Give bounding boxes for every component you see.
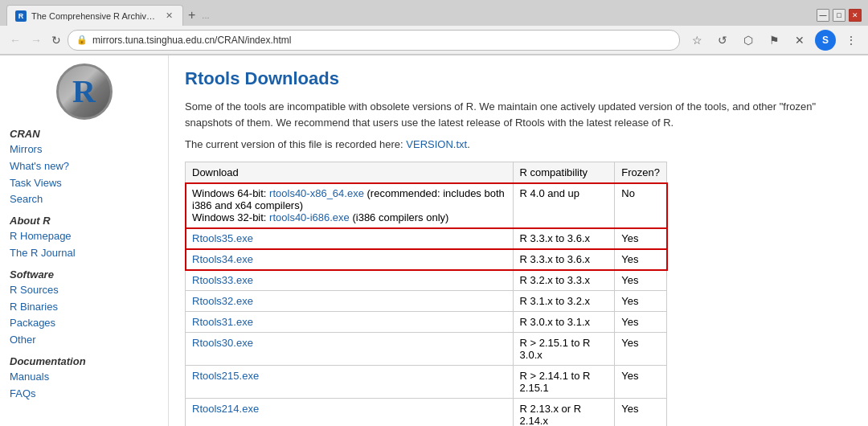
rtools32-link[interactable]: Rtools32.exe <box>192 295 253 307</box>
sidebar-item-manuals[interactable]: Manuals <box>10 369 158 386</box>
sidebar-item-r-journal[interactable]: The R Journal <box>10 245 158 262</box>
close-x-icon[interactable]: ✕ <box>789 30 810 51</box>
new-tab-button[interactable]: + <box>188 8 195 23</box>
table-row: Rtools33.exe R 3.2.x to 3.3.x Yes <box>186 270 667 291</box>
tab-title: The Comprehensive R Archive ... <box>31 11 159 21</box>
table-row: Rtools31.exe R 3.0.x to 3.1.x Yes <box>186 312 667 333</box>
nav-actions: ☆ ↺ ⬡ ⚑ ✕ S ⋮ <box>686 30 862 51</box>
tab-extra-dots: ... <box>202 10 209 20</box>
page-title: Rtools Downloads <box>185 68 852 89</box>
frozen-cell: Yes <box>615 333 667 366</box>
sidebar-item-mirrors[interactable]: Mirrors <box>10 141 158 158</box>
frozen-cell: Yes <box>615 399 667 427</box>
sidebar-item-r-homepage[interactable]: R Homepage <box>10 228 158 245</box>
rtools40-x86-link[interactable]: rtools40-x86_64.exe <box>269 187 364 199</box>
rtools40-i686-link[interactable]: rtools40-i686.exe <box>269 211 350 223</box>
sidebar-item-r-sources[interactable]: R Sources <box>10 282 158 299</box>
download-cell: Rtools32.exe <box>186 291 514 312</box>
compatibility-cell: R 3.2.x to 3.3.x <box>513 270 615 291</box>
compatibility-cell: R > 2.14.1 to R 2.15.1 <box>513 366 615 399</box>
col-frozen: Frozen? <box>615 162 667 183</box>
table-row: Windows 64-bit: rtools40-x86_64.exe (rec… <box>186 183 667 228</box>
minimize-button[interactable]: — <box>817 9 829 22</box>
download-cell: Rtools31.exe <box>186 312 514 333</box>
col-download: Download <box>186 162 514 183</box>
sidebar-item-faqs[interactable]: FAQs <box>10 386 158 403</box>
frozen-cell: Yes <box>615 366 667 399</box>
rtools31-link[interactable]: Rtools31.exe <box>192 316 253 328</box>
sidebar-item-r-binaries[interactable]: R Binaries <box>10 299 158 316</box>
compatibility-cell: R 4.0 and up <box>513 183 615 228</box>
rtools35-link[interactable]: Rtools35.exe <box>192 232 253 244</box>
refresh-button[interactable]: ↻ <box>48 31 64 50</box>
browser-chrome: R The Comprehensive R Archive ... ✕ + ..… <box>0 0 868 55</box>
compatibility-cell: R > 2.15.1 to R 3.0.x <box>513 333 615 366</box>
compatibility-cell: R 3.0.x to 3.1.x <box>513 312 615 333</box>
forward-button[interactable]: → <box>27 31 45 50</box>
sidebar-item-task-views[interactable]: Task Views <box>10 175 158 192</box>
download-cell: Rtools30.exe <box>186 333 514 366</box>
table-row: Rtools32.exe R 3.1.x to 3.2.x Yes <box>186 291 667 312</box>
compatibility-cell: R 3.3.x to 3.6.x <box>513 249 615 270</box>
sidebar-item-other[interactable]: Other <box>10 332 158 349</box>
rtools214-link[interactable]: Rtools214.exe <box>192 403 259 415</box>
table-row: Rtools35.exe R 3.3.x to 3.6.x Yes <box>186 228 667 249</box>
sidebar-item-packages[interactable]: Packages <box>10 315 158 332</box>
table-row: Rtools34.exe R 3.3.x to 3.6.x Yes <box>186 249 667 270</box>
nav-bar: ← → ↻ 🔒 mirrors.tuna.tsinghua.edu.cn/CRA… <box>0 26 868 55</box>
frozen-cell: Yes <box>615 312 667 333</box>
back-button[interactable]: ← <box>6 31 24 50</box>
tab-favicon: R <box>15 10 27 22</box>
sidebar: R CRAN Mirrors What's new? Task Views Se… <box>0 55 169 426</box>
compatibility-cell: R 3.1.x to 3.2.x <box>513 291 615 312</box>
downloads-table: Download R compatibility Frozen? Windows… <box>185 162 667 426</box>
main-container: R CRAN Mirrors What's new? Task Views Se… <box>0 55 868 426</box>
download-cell: Windows 64-bit: rtools40-x86_64.exe (rec… <box>186 183 514 228</box>
extension-icon[interactable]: ⬡ <box>738 30 759 51</box>
sidebar-item-whats-new[interactable]: What's new? <box>10 158 158 175</box>
table-header-row: Download R compatibility Frozen? <box>186 162 667 183</box>
version-text: The current version of this file is reco… <box>185 138 403 150</box>
refresh-circle-icon[interactable]: ↺ <box>712 30 733 51</box>
content-area: Rtools Downloads Some of the tools are i… <box>169 55 868 426</box>
download-cell: Rtools35.exe <box>186 228 514 249</box>
lock-icon: 🔒 <box>76 35 88 45</box>
r-letter: R <box>72 76 96 108</box>
table-row: Rtools30.exe R > 2.15.1 to R 3.0.x Yes <box>186 333 667 366</box>
address-bar[interactable]: 🔒 mirrors.tuna.tsinghua.edu.cn/CRAN/inde… <box>68 30 680 51</box>
rtools30-link[interactable]: Rtools30.exe <box>192 337 253 349</box>
download-cell: Rtools33.exe <box>186 270 514 291</box>
bookmark-icon[interactable]: ☆ <box>686 30 707 51</box>
frozen-cell: No <box>615 183 667 228</box>
download-cell: Rtools215.exe <box>186 366 514 399</box>
rtools215-link[interactable]: Rtools215.exe <box>192 370 259 382</box>
sidebar-item-search[interactable]: Search <box>10 191 158 208</box>
flag-icon[interactable]: ⚑ <box>764 30 784 51</box>
url-text: mirrors.tuna.tsinghua.edu.cn/CRAN/index.… <box>92 35 671 46</box>
tab-bar: R The Comprehensive R Archive ... ✕ + ..… <box>0 0 868 26</box>
download-cell: Rtools34.exe <box>186 249 514 270</box>
r-logo-circle: R <box>56 63 113 120</box>
window-controls: — □ ✕ <box>817 9 862 22</box>
close-button[interactable]: ✕ <box>849 9 862 22</box>
rtools34-link[interactable]: Rtools34.exe <box>192 253 253 265</box>
sidebar-section-documentation: Documentation <box>10 355 158 367</box>
active-tab[interactable]: R The Comprehensive R Archive ... ✕ <box>6 5 183 26</box>
tab-close-button[interactable]: ✕ <box>164 10 174 21</box>
table-row: Rtools214.exe R 2.13.x or R 2.14.x Yes <box>186 399 667 427</box>
maximize-button[interactable]: □ <box>833 9 845 22</box>
r-logo: R <box>10 63 158 120</box>
frozen-cell: Yes <box>615 270 667 291</box>
menu-icon[interactable]: ⋮ <box>841 30 862 51</box>
rtools33-link[interactable]: Rtools33.exe <box>192 274 253 286</box>
frozen-cell: Yes <box>615 291 667 312</box>
compatibility-cell: R 3.3.x to 3.6.x <box>513 228 615 249</box>
download-cell: Rtools214.exe <box>186 399 514 427</box>
frozen-cell: Yes <box>615 249 667 270</box>
col-compatibility: R compatibility <box>513 162 615 183</box>
version-link[interactable]: VERSION.txt <box>406 138 467 150</box>
sidebar-section-cran: CRAN <box>10 128 158 140</box>
table-row: Rtools215.exe R > 2.14.1 to R 2.15.1 Yes <box>186 366 667 399</box>
user-avatar[interactable]: S <box>815 30 836 51</box>
sidebar-section-about-r: About R <box>10 215 158 227</box>
